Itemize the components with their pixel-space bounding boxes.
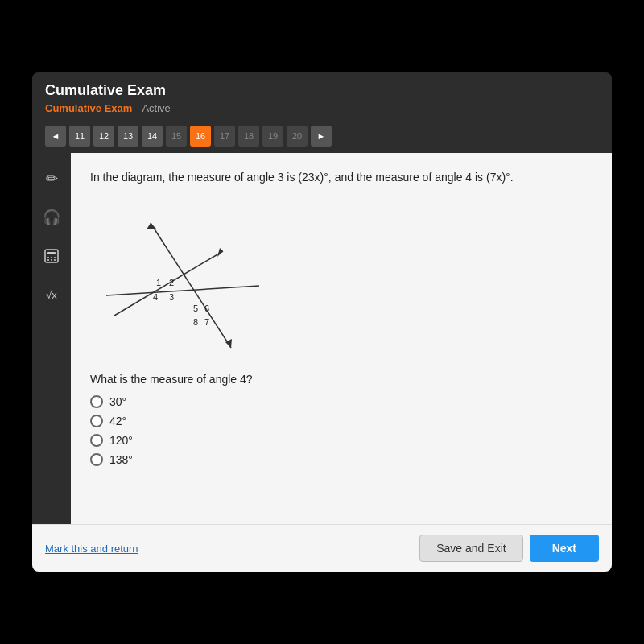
option-138[interactable]: 138°: [90, 453, 592, 466]
svg-text:7: 7: [204, 317, 209, 327]
nav-prev-button[interactable]: ◄: [45, 126, 66, 147]
option-138-label: 138°: [109, 453, 133, 466]
option-120-label: 120°: [109, 434, 133, 447]
nav-next-button[interactable]: ►: [311, 126, 332, 147]
nav-page-15[interactable]: 15: [166, 126, 187, 147]
radio-138[interactable]: [90, 453, 103, 466]
svg-point-3: [51, 257, 52, 258]
nav-page-17[interactable]: 17: [214, 126, 235, 147]
svg-marker-9: [217, 248, 223, 257]
svg-point-6: [51, 259, 52, 261]
exam-screen: Cumulative Exam Cumulative Exam Active ◄…: [32, 72, 612, 572]
save-exit-button[interactable]: Save and Exit: [419, 535, 522, 562]
option-30[interactable]: 30°: [90, 395, 592, 408]
nav-page-13[interactable]: 13: [118, 126, 138, 147]
svg-point-5: [47, 259, 49, 261]
svg-point-2: [47, 257, 49, 258]
svg-text:1: 1: [156, 278, 161, 287]
nav-page-20[interactable]: 20: [287, 126, 308, 147]
question-ask: What is the measure of angle 4?: [90, 373, 592, 386]
footer-buttons: Save and Exit Next: [419, 535, 599, 562]
nav-page-12[interactable]: 12: [93, 126, 114, 147]
question-text: In the diagram, the measure of angle 3 i…: [90, 169, 592, 186]
footer: Mark this and return Save and Exit Next: [32, 524, 612, 572]
nav-page-16[interactable]: 16: [190, 126, 211, 147]
svg-text:4: 4: [153, 292, 158, 302]
header-sub: Cumulative Exam Active: [45, 102, 599, 114]
nav-page-14[interactable]: 14: [142, 126, 163, 147]
exam-subtitle: Cumulative Exam: [45, 102, 132, 114]
svg-point-7: [54, 259, 56, 261]
options-list: 30° 42° 120° 138°: [90, 395, 592, 466]
svg-point-4: [54, 257, 56, 258]
nav-page-19[interactable]: 19: [262, 126, 283, 147]
sidebar: ✏ 🎧 √x: [32, 153, 71, 524]
radio-30[interactable]: [90, 395, 103, 408]
option-120[interactable]: 120°: [90, 434, 592, 447]
exam-title: Cumulative Exam: [45, 82, 599, 99]
next-button[interactable]: Next: [530, 535, 599, 562]
svg-line-10: [151, 223, 231, 348]
svg-text:5: 5: [193, 303, 198, 313]
svg-rect-1: [47, 252, 56, 254]
formula-icon[interactable]: √x: [39, 282, 64, 308]
mark-return-button[interactable]: Mark this and return: [45, 543, 138, 555]
svg-marker-11: [147, 223, 156, 229]
svg-text:3: 3: [169, 292, 174, 302]
option-42-label: 42°: [109, 415, 126, 427]
pencil-icon[interactable]: ✏: [39, 166, 64, 192]
page-navigation: ◄ 11 12 13 14 15 16 17 18 19 20 ►: [45, 121, 599, 153]
headphone-icon[interactable]: 🎧: [39, 204, 64, 230]
nav-page-18[interactable]: 18: [238, 126, 259, 147]
calculator-icon[interactable]: [39, 243, 64, 269]
content-area: In the diagram, the measure of angle 3 i…: [71, 153, 612, 524]
radio-120[interactable]: [90, 434, 103, 447]
header: Cumulative Exam Cumulative Exam Active ◄…: [32, 72, 612, 153]
svg-text:2: 2: [169, 278, 174, 287]
diagram-area: 1 2 3 4 5 6 7 8: [90, 199, 592, 360]
option-42[interactable]: 42°: [90, 415, 592, 427]
main-content: ✏ 🎧 √x In the diagram, the me: [32, 153, 612, 524]
nav-page-11[interactable]: 11: [69, 126, 90, 147]
svg-line-13: [106, 286, 259, 295]
option-30-label: 30°: [109, 395, 126, 408]
svg-text:8: 8: [193, 317, 198, 327]
radio-42[interactable]: [90, 415, 103, 427]
exam-status: Active: [142, 102, 170, 114]
svg-text:6: 6: [204, 303, 209, 313]
